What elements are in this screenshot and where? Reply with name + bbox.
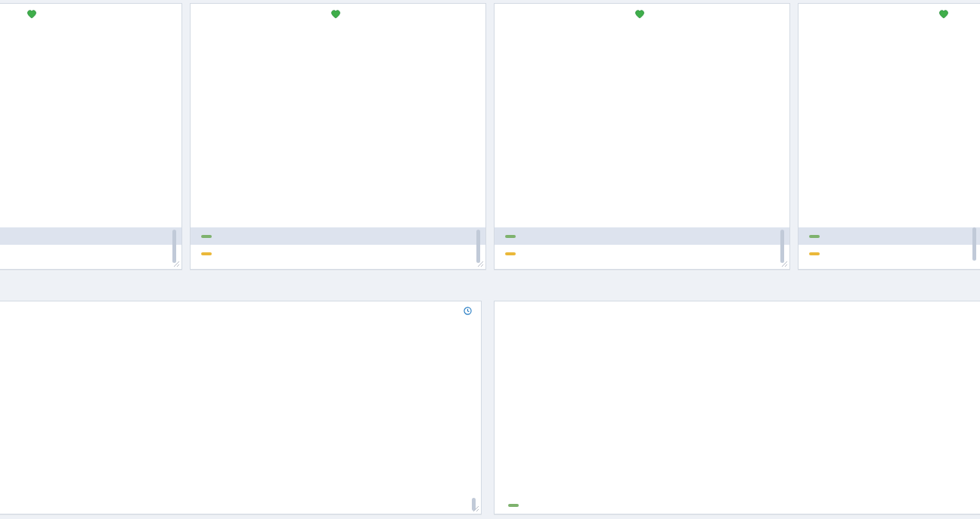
panel-resize-handle[interactable] <box>173 261 180 267</box>
legend <box>799 215 980 262</box>
series-color-dash-icon <box>809 235 820 238</box>
panel-goerli <box>190 3 486 270</box>
legend <box>191 215 485 262</box>
panel-mainnet <box>0 3 182 270</box>
legend-row[interactable] <box>495 245 789 262</box>
panel-dns-queries-minute <box>0 301 482 514</box>
clock-icon <box>464 307 472 315</box>
series-color-dash-icon <box>201 252 212 255</box>
panel-header <box>799 4 980 25</box>
alert-ok-heart-icon <box>634 9 645 20</box>
panel-resize-handle[interactable] <box>781 261 788 267</box>
legend-row[interactable] <box>799 227 980 245</box>
panel-header <box>191 4 485 25</box>
dns-queries-minute-graph-canvas[interactable] <box>0 324 482 498</box>
legend-row[interactable] <box>191 245 485 262</box>
legend-row[interactable] <box>799 245 980 262</box>
legend-row[interactable] <box>0 227 181 245</box>
series-color-dash-icon <box>809 252 820 255</box>
legend-scrollbar[interactable] <box>780 230 784 263</box>
panel-dns-queries-day <box>494 301 980 514</box>
panel-resize-handle[interactable] <box>473 505 479 512</box>
mainnet-graph-canvas[interactable] <box>0 26 182 217</box>
legend-header <box>191 215 485 227</box>
rinkeby-graph-canvas[interactable] <box>495 26 790 217</box>
time-range-picker[interactable] <box>464 307 475 315</box>
panel-rinkeby <box>494 3 790 270</box>
series-color-dash-icon <box>508 504 519 507</box>
series-color-dash-icon <box>505 235 516 238</box>
alert-ok-heart-icon <box>330 9 341 20</box>
ropsten-graph-canvas[interactable] <box>799 26 980 217</box>
legend <box>0 215 181 262</box>
panel-header <box>0 4 181 25</box>
legend-row[interactable] <box>495 227 789 245</box>
alert-ok-heart-icon <box>938 9 949 20</box>
panel-header <box>495 301 980 323</box>
legend <box>495 215 789 262</box>
legend-header <box>0 215 181 227</box>
legend-header <box>799 215 980 227</box>
legend-scrollbar[interactable] <box>476 230 480 263</box>
legend-row[interactable] <box>508 504 526 507</box>
panel-header <box>0 301 481 323</box>
dashboard-viewport <box>0 0 980 519</box>
series-color-dash-icon <box>201 235 212 238</box>
legend-row[interactable] <box>0 245 181 262</box>
legend-scrollbar[interactable] <box>972 227 976 261</box>
panel-resize-handle[interactable] <box>477 261 484 267</box>
panel-ropsten <box>798 3 980 270</box>
series-color-dash-icon <box>505 252 516 255</box>
panel-header <box>495 4 789 25</box>
alert-ok-heart-icon <box>26 9 37 20</box>
legend-scrollbar[interactable] <box>172 230 176 263</box>
goerli-graph-canvas[interactable] <box>191 26 486 217</box>
legend-header <box>495 215 789 227</box>
dns-queries-day-graph-canvas[interactable] <box>495 324 980 498</box>
legend-row[interactable] <box>191 227 485 245</box>
